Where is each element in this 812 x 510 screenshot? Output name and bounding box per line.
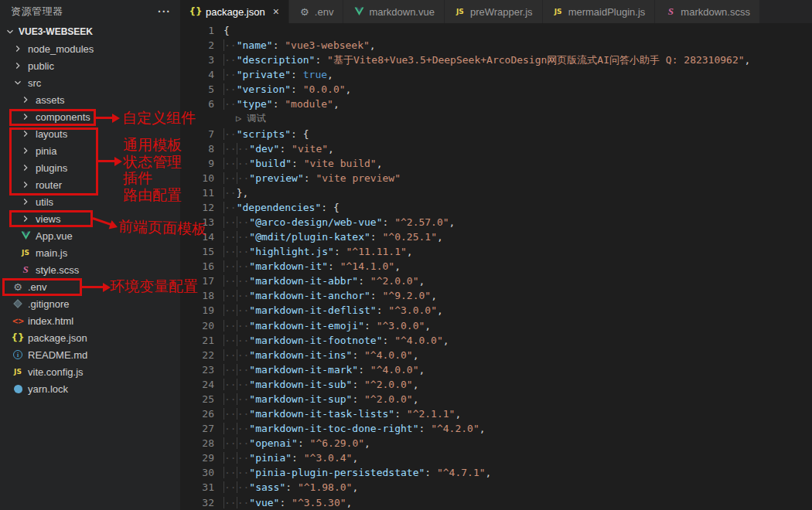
tree-item-app-vue[interactable]: App.vue <box>0 227 180 244</box>
folder-chevron-down-icon <box>11 76 25 89</box>
codelens-label: 调试 <box>247 113 265 124</box>
folder-chevron-icon <box>19 144 32 157</box>
tree-item-package-json[interactable]: {}package.json <box>0 329 180 346</box>
tree-item-utils[interactable]: utils <box>0 193 180 210</box>
line-number: 8 <box>180 141 214 156</box>
code-line-13[interactable]: 13····"@arco-design/web-vue": "^2.57.0", <box>180 215 812 230</box>
line-number: 26 <box>180 406 214 421</box>
code-line-24[interactable]: 24····"markdown-it-sub": "^2.0.0", <box>180 377 812 392</box>
tree-item--gitignore[interactable]: .gitignore <box>0 295 180 312</box>
code-line-31[interactable]: 31····"sass": "^1.98.0", <box>180 480 812 495</box>
line-number: 12 <box>180 200 214 215</box>
tree-item-style-scss[interactable]: Sstyle.scss <box>0 261 180 278</box>
project-root-row[interactable]: VUE3-WEBSEEK <box>0 23 180 40</box>
gitignore-icon <box>11 298 25 310</box>
code-line-26[interactable]: 26····"markdown-it-task-lists": "^2.1.1"… <box>180 406 812 421</box>
line-number: 24 <box>180 377 214 392</box>
tree-item-public[interactable]: public <box>0 57 180 74</box>
code-line-30[interactable]: 30····"pinia-plugin-persistedstate": "^4… <box>180 465 812 480</box>
code-line-22[interactable]: 22····"markdown-it-ins": "^4.0.0", <box>180 348 812 362</box>
codelens-debug[interactable]: ▷ 调试 <box>180 111 812 126</box>
code-line-21[interactable]: 21····"markdown-it-footnote": "^4.0.0", <box>180 333 812 348</box>
tab-package-json[interactable]: {}package.json× <box>180 0 289 23</box>
tab-label: mermaidPlugin.js <box>568 6 646 18</box>
tab-prewrapper-js[interactable]: JSpreWrapper.js <box>445 0 543 23</box>
tree-item-plugins[interactable]: plugins <box>0 159 180 176</box>
tree-item-index-html[interactable]: <>index.html <box>0 312 180 329</box>
close-icon[interactable]: × <box>273 6 279 17</box>
code-line-27[interactable]: 27····"markdown-it-toc-done-right": "^4.… <box>180 421 812 436</box>
code-line-16[interactable]: 16····"markdown-it": "^14.1.0", <box>180 259 812 274</box>
code-line-18[interactable]: 18····"markdown-it-anchor": "^9.2.0", <box>180 288 812 303</box>
tab-mermaidplugin-js[interactable]: JSmermaidPlugin.js <box>543 0 656 23</box>
line-number: 30 <box>180 465 214 480</box>
code-line-1[interactable]: 1{ <box>180 23 812 38</box>
vue-icon <box>19 230 32 242</box>
tree-item-vite-config-js[interactable]: JSvite.config.js <box>0 363 180 380</box>
tree-item-readme-md[interactable]: iREADME.md <box>0 346 180 363</box>
tree-item-components[interactable]: components <box>0 108 180 125</box>
annotation-arrow-env <box>82 286 104 288</box>
tab-label: markdown.scss <box>681 6 750 18</box>
code-line-8[interactable]: 8····"dev": "vite", <box>180 141 812 156</box>
tree-item-pinia[interactable]: pinia <box>0 142 180 159</box>
code-line-20[interactable]: 20····"markdown-it-emoji": "^3.0.0", <box>180 318 812 333</box>
code-line-17[interactable]: 17····"markdown-it-abbr": "^2.0.0", <box>180 274 812 288</box>
json-braces-icon: {} <box>189 5 202 18</box>
code-line-10[interactable]: 10····"preview": "vite preview" <box>180 171 812 185</box>
tree-item-router[interactable]: router <box>0 176 180 193</box>
tree-item-label: public <box>28 60 54 72</box>
tree-item-label: .env <box>28 281 47 293</box>
tab-markdown-vue[interactable]: markdown.vue <box>343 0 445 23</box>
vue-icon <box>353 5 365 18</box>
tab--env[interactable]: ⚙.env <box>289 0 344 23</box>
folder-chevron-icon <box>11 42 25 55</box>
folder-chevron-icon <box>11 60 25 72</box>
code-line-12[interactable]: 12··"dependencies": { <box>180 200 812 215</box>
code-line-25[interactable]: 25····"markdown-it-sup": "^2.0.0", <box>180 392 812 406</box>
sass-icon: S <box>19 264 32 276</box>
sass-icon: S <box>664 5 677 18</box>
code-line-14[interactable]: 14····"@mdit/plugin-katex": "^0.25.1", <box>180 230 812 244</box>
code-line-19[interactable]: 19····"markdown-it-deflist": "^3.0.0", <box>180 303 812 318</box>
explorer-sidebar: 资源管理器 ··· VUE3-WEBSEEK node_modulespubli… <box>0 0 180 510</box>
tree-item-views[interactable]: views <box>0 210 180 227</box>
line-number: 4 <box>180 67 214 82</box>
code-line-7[interactable]: 7··"scripts": { <box>180 127 812 141</box>
code-line-15[interactable]: 15····"highlight.js": "^11.11.1", <box>180 244 812 259</box>
code-line-9[interactable]: 9····"build": "vite build", <box>180 156 812 171</box>
tree-item-yarn-lock[interactable]: yarn.lock <box>0 380 180 397</box>
code-line-6[interactable]: 6··"type": "module", <box>180 97 812 111</box>
code-line-28[interactable]: 28····"openai": "^6.29.0", <box>180 436 812 450</box>
tree-item-layouts[interactable]: layouts <box>0 125 180 142</box>
tree-item-src[interactable]: src <box>0 74 180 91</box>
more-actions-icon[interactable]: ··· <box>158 5 171 18</box>
code-line-4[interactable]: 4··"private": true, <box>180 67 812 82</box>
line-number: 6 <box>180 97 214 111</box>
code-line-3[interactable]: 3··"description": "基于Vite8+Vue3.5+DeepSe… <box>180 53 812 67</box>
code-line-23[interactable]: 23····"markdown-it-mark": "^4.0.0", <box>180 362 812 377</box>
tree-item-label: layouts <box>36 128 67 140</box>
tree-item-label: README.md <box>28 349 87 361</box>
folder-chevron-icon <box>19 110 32 123</box>
tree-item-main-js[interactable]: JSmain.js <box>0 244 180 261</box>
line-number: 1 <box>180 23 214 38</box>
gear-icon: ⚙ <box>299 5 311 18</box>
tab-markdown-scss[interactable]: Smarkdown.scss <box>655 0 760 23</box>
line-number: 3 <box>180 53 214 67</box>
line-number: 13 <box>180 215 214 230</box>
tree-item-assets[interactable]: assets <box>0 91 180 108</box>
tree-item-label: assets <box>36 94 65 106</box>
line-number: 18 <box>180 288 214 303</box>
code-line-5[interactable]: 5··"version": "0.0.0", <box>180 82 812 97</box>
tree-item-label: components <box>36 111 90 123</box>
tree-item-node-modules[interactable]: node_modules <box>0 40 180 57</box>
editor-tab-bar: {}package.json×⚙.envmarkdown.vueJSpreWra… <box>180 0 812 23</box>
folder-chevron-icon <box>19 94 32 106</box>
code-line-32[interactable]: 32····"vue": "^3.5.30", <box>180 495 812 510</box>
code-line-2[interactable]: 2··"name": "vue3-webseek", <box>180 38 812 53</box>
tree-item-label: main.js <box>36 247 67 259</box>
code-line-29[interactable]: 29····"pinia": "^3.0.4", <box>180 450 812 465</box>
tab-label: markdown.vue <box>369 6 435 18</box>
code-line-11[interactable]: 11··}, <box>180 185 812 200</box>
